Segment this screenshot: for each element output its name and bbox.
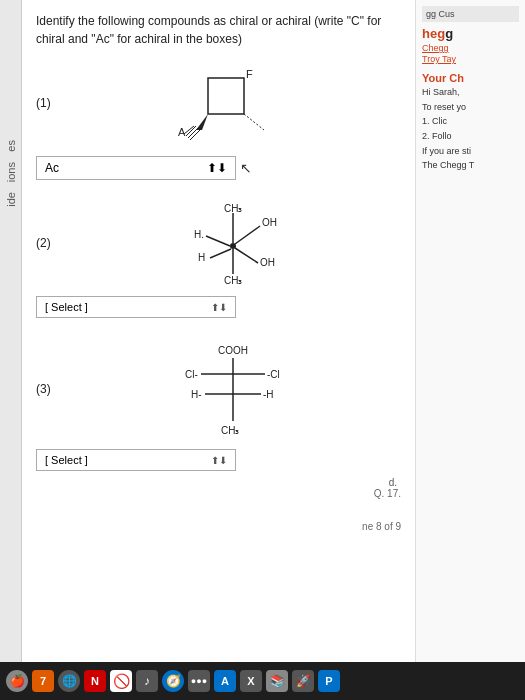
compound-2-row: (2) CH₃ OH H. xyxy=(36,198,401,288)
compound-1-select[interactable]: Ac ⬆⬇ xyxy=(36,156,236,180)
taskbar-music[interactable]: ♪ xyxy=(136,670,158,692)
taskbar-rocket[interactable]: 🚀 xyxy=(292,670,314,692)
taskbar-no-sign[interactable]: 🚫 xyxy=(110,670,132,692)
taskbar-n[interactable]: N xyxy=(84,670,106,692)
compound-1-answer: Ac xyxy=(45,161,59,175)
right-panel-section: Your Ch Hi Sarah, To reset yo 1. Clic 2.… xyxy=(422,72,519,172)
compound-2-number: (2) xyxy=(36,236,58,250)
wedge-bond-left xyxy=(196,114,208,130)
status-text: If you are sti xyxy=(422,146,519,158)
svg-line-4 xyxy=(235,226,260,244)
compound-1-select-container: Ac ⬆⬇ ↖ xyxy=(36,156,401,180)
cursor-icon: ↖ xyxy=(240,160,252,176)
compound-3-select-container: [ Select ] ⬆⬇ xyxy=(36,449,401,471)
svg-line-6 xyxy=(206,236,230,246)
step2: 2. Follo xyxy=(422,131,519,143)
chegg-t: The Chegg T xyxy=(422,160,519,172)
compound-2-select-container: [ Select ] ⬆⬇ xyxy=(36,296,401,318)
taskbar-x[interactable]: X xyxy=(240,670,262,692)
d-label: d. xyxy=(374,477,401,488)
compound-3-section: (3) COOH Cl- -Cl xyxy=(36,336,401,499)
svg-text:H: H xyxy=(198,252,205,263)
chegg-logo: hegg xyxy=(422,26,519,41)
a-label: A xyxy=(178,126,186,138)
troy-link[interactable]: Troy Tay xyxy=(422,54,519,64)
compound-3-number: (3) xyxy=(36,382,58,396)
svg-text:-H: -H xyxy=(263,389,274,400)
chegg-link[interactable]: Chegg xyxy=(422,43,519,53)
main-content: Identify the following compounds as chir… xyxy=(22,0,415,700)
compound-1-arrow: ⬆⬇ xyxy=(207,161,227,175)
sidebar-text-es: es xyxy=(5,140,17,152)
question-text: Identify the following compounds as chir… xyxy=(36,12,401,48)
reset-text: To reset yo xyxy=(422,102,519,114)
step1: 1. Clic xyxy=(422,116,519,128)
taskbar-7[interactable]: 7 xyxy=(32,670,54,692)
sidebar-text-ions: ions xyxy=(5,162,17,182)
dash-bond-right xyxy=(244,114,264,130)
svg-text:-Cl: -Cl xyxy=(267,369,280,380)
f-label: F xyxy=(246,68,253,80)
compound-1-section: (1) F A xyxy=(36,58,401,180)
svg-rect-0 xyxy=(208,78,244,114)
right-panel-top: gg Cus xyxy=(422,6,519,22)
svg-text:OH: OH xyxy=(262,217,277,228)
left-sidebar: es ions ide xyxy=(0,0,22,700)
compound-2-arrow: ⬆⬇ xyxy=(211,302,227,313)
svg-text:CH₃: CH₃ xyxy=(224,275,242,286)
svg-text:H-: H- xyxy=(191,389,202,400)
svg-line-10 xyxy=(210,249,231,258)
taskbar: 🍎 7 🌐 N 🚫 ♪ 🧭 ●●● A X 📚 xyxy=(0,662,525,700)
your-ch-label: Your Ch xyxy=(422,72,519,84)
compound-1-row: (1) F A xyxy=(36,58,401,148)
svg-text:OH: OH xyxy=(260,257,275,268)
compound-2-answer: [ Select ] xyxy=(45,301,88,313)
page-indicator: ne 8 of 9 xyxy=(362,521,401,532)
taskbar-book[interactable]: 📚 xyxy=(266,670,288,692)
compound-1-image: F A xyxy=(64,58,401,148)
compound-3-image: COOH Cl- -Cl H- -H CH₃ xyxy=(64,336,401,441)
right-panel: gg Cus hegg Chegg Troy Tay Your Ch Hi Sa… xyxy=(415,0,525,700)
svg-text:CH₃: CH₃ xyxy=(221,425,239,436)
hi-text: Hi Sarah, xyxy=(422,87,519,99)
compound-3-select[interactable]: [ Select ] ⬆⬇ xyxy=(36,449,236,471)
svg-line-8 xyxy=(235,248,258,263)
compound-3-arrow: ⬆⬇ xyxy=(211,455,227,466)
taskbar-a[interactable]: A xyxy=(214,670,236,692)
right-panel-top-text: gg Cus xyxy=(426,9,455,19)
svg-text:CH₃: CH₃ xyxy=(224,203,242,214)
compound-3-row: (3) COOH Cl- -Cl xyxy=(36,336,401,441)
compound-2-section: (2) CH₃ OH H. xyxy=(36,198,401,318)
compound-2-select[interactable]: [ Select ] ⬆⬇ xyxy=(36,296,236,318)
taskbar-dots[interactable]: ●●● xyxy=(188,670,210,692)
compound-3-answer: [ Select ] xyxy=(45,454,88,466)
taskbar-globe[interactable]: 🌐 xyxy=(58,670,80,692)
compound-2-image: CH₃ OH H. OH H xyxy=(64,198,401,288)
svg-text:COOH: COOH xyxy=(218,345,248,356)
q-number: Q. 17. xyxy=(374,488,401,499)
sidebar-text-ide: ide xyxy=(5,192,17,207)
svg-text:H.: H. xyxy=(194,229,204,240)
taskbar-p[interactable]: P xyxy=(318,670,340,692)
taskbar-compass[interactable]: 🧭 xyxy=(162,670,184,692)
compound-1-number: (1) xyxy=(36,96,58,110)
svg-text:Cl-: Cl- xyxy=(185,369,198,380)
taskbar-apple[interactable]: 🍎 xyxy=(6,670,28,692)
